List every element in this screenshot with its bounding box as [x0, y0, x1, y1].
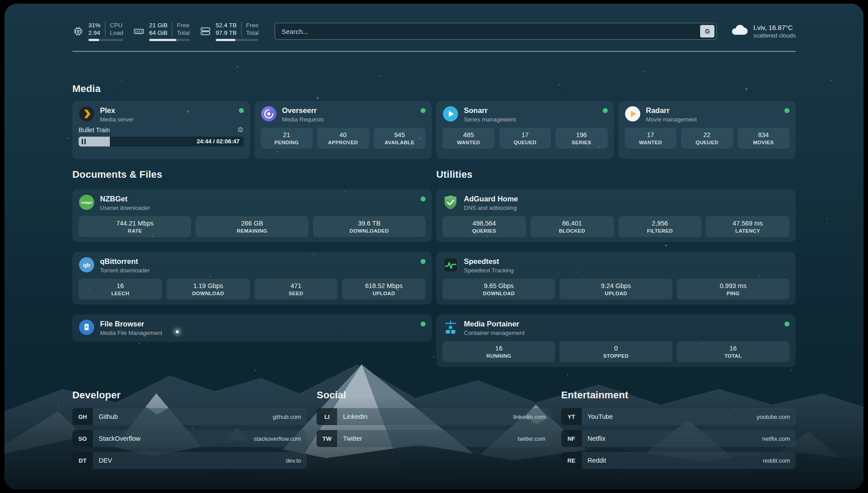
now-playing-title: Bullet Train — [79, 126, 110, 134]
reddit-icon: RE — [561, 452, 582, 469]
app-name: Plex — [100, 106, 234, 115]
app-card-radarr[interactable]: Radarr Movie management 17 WANTED 22 QUE… — [618, 101, 796, 159]
stat-box: 86,401 BLOCKED — [530, 216, 614, 237]
app-card-portainer[interactable]: Media Portainer Container management 16 … — [436, 314, 796, 367]
cpu-usage-percent: 31% — [88, 21, 100, 29]
system-monitors: 31% 2.94 CPU Load — [72, 21, 259, 41]
app-name: Overseerr — [282, 106, 416, 115]
section-social: Social LI LinkedIn linkedin.com TW Twitt… — [317, 389, 551, 447]
stat-box: 618.52 Mbps UPLOAD — [342, 279, 426, 300]
stat-box: 17 WANTED — [625, 128, 677, 149]
section-documents: Documents & Files nzbget NZBGet Usenet d… — [72, 169, 432, 342]
stat-box: 485 WANTED — [442, 128, 495, 149]
memory-progress-track — [149, 39, 190, 41]
stat-box: 266 GB REMAINING — [196, 216, 308, 237]
stat-box: 834 MOVIES — [738, 128, 790, 149]
app-card-filebrowser[interactable]: File Browser Media File Management — [72, 314, 432, 342]
status-dot — [421, 259, 426, 264]
app-card-nzbget[interactable]: nzbget NZBGet Usenet downloader 744.21 M… — [72, 189, 432, 242]
section-entertainment: Entertainment YT YouTube youtube.com NF … — [561, 389, 796, 469]
storage-progress-fill — [216, 39, 235, 41]
search-bar[interactable]: G — [275, 23, 717, 40]
weather-condition: scattered clouds — [753, 32, 796, 39]
svg-text:qb: qb — [83, 262, 90, 268]
app-card-overseerr[interactable]: Overseerr Media Requests 21 PENDING 40 A… — [255, 101, 432, 159]
cpu-label: CPU — [110, 21, 123, 29]
overseerr-icon — [261, 106, 277, 122]
app-card-speedtest[interactable]: Speedtest Speedtest Tracking 9.65 Gbps D… — [436, 252, 796, 305]
bookmark-twitter[interactable]: TW Twitter twitter.com — [317, 430, 551, 447]
storage-free-label: Free — [246, 21, 259, 29]
stat-box: 39.6 TB DOWNLOADED — [313, 216, 426, 237]
youtube-icon: YT — [561, 408, 582, 425]
app-name: qBittorrent — [100, 257, 415, 266]
gear-icon[interactable]: ⚙ — [237, 126, 243, 134]
status-dot — [421, 322, 426, 326]
bookmark-linkedin[interactable]: LI LinkedIn linkedin.com — [317, 408, 551, 425]
search-shortcut-key: G — [700, 25, 714, 38]
sonarr-icon — [442, 106, 459, 122]
memory-icon — [133, 25, 145, 37]
dev-icon: DT — [72, 452, 93, 469]
app-name: NZBGet — [100, 194, 415, 204]
dashboard-window: 31% 2.94 CPU Load — [4, 4, 864, 489]
section-utilities: Utilities AdGu — [436, 169, 796, 367]
pause-icon[interactable] — [82, 139, 86, 144]
status-dot — [785, 108, 789, 113]
github-icon: GH — [72, 408, 93, 425]
bookmark-youtube[interactable]: YT YouTube youtube.com — [561, 408, 796, 425]
stat-box: 16 LEECH — [79, 279, 162, 300]
app-card-adguard[interactable]: AdGuard Home DNS and adblocking 498,564 … — [436, 189, 796, 242]
bookmark-reddit[interactable]: RE Reddit reddit.com — [561, 452, 796, 469]
playback-time: 24:44 / 02:06:47 — [196, 138, 239, 145]
app-subtitle: Movie management — [646, 116, 780, 123]
memory-progress-fill — [149, 39, 176, 41]
app-subtitle: DNS and adblocking — [464, 205, 789, 212]
cpu-progress-track — [88, 39, 123, 41]
section-developer: Developer GH Github github.com SO StackO… — [72, 389, 307, 469]
stat-box: 16 TOTAL — [677, 341, 789, 362]
playback-seek-bar[interactable]: 24:44 / 02:06:47 — [79, 137, 244, 146]
section-title-documents: Documents & Files — [72, 169, 432, 180]
top-bar: 31% 2.94 CPU Load — [72, 4, 796, 41]
status-dot — [785, 322, 789, 326]
bookmark-github[interactable]: GH Github github.com — [72, 408, 307, 425]
netflix-icon: NF — [561, 430, 582, 447]
qbittorrent-icon: qb — [79, 257, 95, 273]
memory-total-value: 64 GiB — [149, 29, 167, 37]
app-name: Radarr — [646, 106, 780, 115]
media-card-grid: Plex Media server Bullet Train ⚙ 24:44 /… — [72, 101, 796, 159]
app-card-plex[interactable]: Plex Media server Bullet Train ⚙ 24:44 /… — [72, 101, 250, 159]
storage-monitor: 52.4 TB 97.9 TB Free Total — [200, 21, 259, 41]
status-dot — [421, 196, 426, 201]
stat-box: 0 STOPPED — [559, 341, 672, 362]
stat-box: 21 PENDING — [261, 128, 313, 149]
bookmark-netflix[interactable]: NF Netflix netflix.com — [561, 430, 796, 447]
bookmark-stackoverflow[interactable]: SO StackOverflow stackoverflow.com — [72, 430, 307, 447]
app-subtitle: Torrent downloader — [100, 267, 415, 274]
stackoverflow-icon: SO — [72, 430, 93, 447]
memory-free-label: Free — [177, 21, 190, 29]
storage-progress-track — [216, 39, 259, 41]
search-input[interactable] — [281, 28, 700, 35]
app-subtitle: Speedtest Tracking — [464, 267, 789, 274]
stat-box: 1.19 Gbps DOWNLOAD — [167, 279, 250, 300]
bookmark-dev[interactable]: DT DEV dev.to — [72, 452, 307, 469]
speedtest-icon — [442, 257, 459, 273]
app-card-qbittorrent[interactable]: qb qBittorrent Torrent downloader 16 — [72, 252, 432, 305]
portainer-icon — [442, 319, 459, 335]
stat-box: 0.993 ms PING — [677, 279, 789, 300]
memory-monitor: 21 GiB 64 GiB Free Total — [133, 21, 190, 41]
app-name: Sonarr — [464, 106, 597, 115]
weather-location: Lviv, 16.87°C — [753, 23, 796, 32]
svg-text:nzbget: nzbget — [81, 201, 92, 205]
app-name: AdGuard Home — [464, 194, 789, 204]
section-title-utilities: Utilities — [436, 169, 796, 180]
app-card-sonarr[interactable]: Sonarr Series management 485 WANTED 17 Q… — [436, 101, 614, 159]
app-subtitle: Media Requests — [282, 116, 416, 123]
storage-total-value: 97.9 TB — [216, 29, 237, 37]
weather-widget: Lviv, 16.87°C scattered clouds — [730, 23, 796, 39]
stat-box: 9.65 Gbps DOWNLOAD — [442, 279, 555, 300]
nzbget-icon: nzbget — [79, 194, 95, 210]
status-dot — [603, 108, 608, 113]
